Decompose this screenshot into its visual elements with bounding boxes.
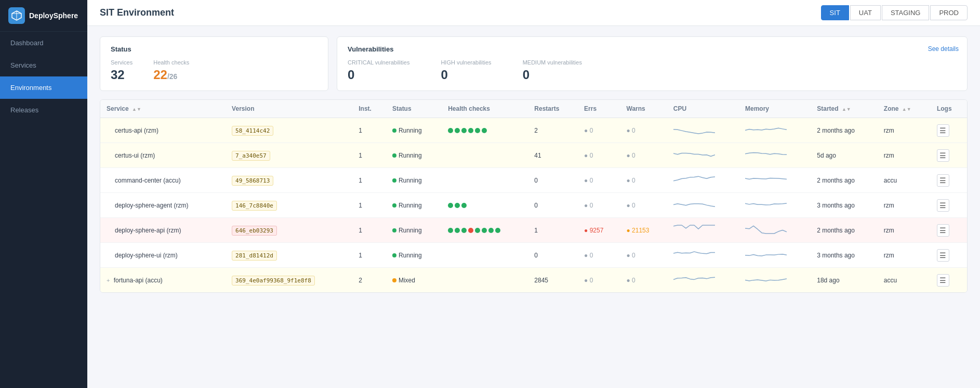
- col-memory: Memory: [739, 100, 811, 118]
- topbar: SIT Environment SIT UAT STAGING PROD: [87, 0, 980, 26]
- sparkline: [745, 198, 787, 211]
- services-metric: Services 32: [111, 59, 133, 82]
- err-value: ● 0: [584, 152, 593, 159]
- cell-errs: ● 0: [578, 193, 620, 218]
- logs-button[interactable]: ☰: [937, 124, 949, 137]
- medium-metric: MEDIUM vulnerabilities 0: [523, 59, 582, 82]
- cell-zone: accu: [878, 168, 931, 193]
- sidebar-item-environments[interactable]: Environments: [0, 76, 87, 99]
- col-cpu: CPU: [667, 100, 739, 118]
- critical-value: 0: [348, 68, 409, 82]
- cell-service: command-center (accu): [100, 168, 226, 193]
- cell-version: 646_eb03293: [226, 218, 352, 243]
- service-name: deploy-sphere-agent (rzm): [115, 202, 188, 209]
- version-badge: 146_7c8840e: [232, 201, 277, 211]
- logs-button[interactable]: ☰: [937, 274, 949, 287]
- env-tabs: SIT UAT STAGING PROD: [821, 5, 968, 20]
- cell-zone: rzm: [878, 143, 931, 168]
- health-dot: [448, 228, 453, 233]
- col-version: Version: [226, 100, 352, 118]
- table-header-row: Service ▲▼ Version Inst. Status Health c…: [100, 100, 967, 118]
- sidebar-item-services[interactable]: Services: [0, 54, 87, 76]
- sparkline: [745, 273, 787, 286]
- table-row: deploy-sphere-ui (rzm) 281_d81412d 1 Run…: [100, 243, 967, 268]
- critical-label: CRITICAL vulnerabilities: [348, 59, 409, 66]
- table-row: deploy-sphere-api (rzm) 646_eb03293 1 Ru…: [100, 218, 967, 243]
- logs-button[interactable]: ☰: [937, 174, 949, 187]
- table-row: certus-api (rzm) 58_4114c42 1 Running 2 …: [100, 118, 967, 143]
- sidebar-item-dashboard[interactable]: Dashboard: [0, 32, 87, 54]
- sidebar-item-releases[interactable]: Releases: [0, 99, 87, 121]
- env-tab-prod[interactable]: PROD: [930, 5, 968, 20]
- medium-value: 0: [523, 68, 582, 82]
- logs-button[interactable]: ☰: [937, 149, 949, 162]
- col-zone[interactable]: Zone ▲▼: [878, 100, 931, 118]
- col-started[interactable]: Started ▲▼: [811, 100, 878, 118]
- err-value: ● 0: [584, 127, 593, 134]
- sparkline: [673, 223, 715, 236]
- cell-version: 146_7c8840e: [226, 193, 352, 218]
- expand-icon[interactable]: +: [107, 277, 110, 283]
- health-dot: [468, 228, 473, 233]
- cell-zone: rzm: [878, 218, 931, 243]
- cell-cpu: [667, 218, 739, 243]
- cell-health: [442, 168, 528, 193]
- cell-restarts: 2845: [528, 268, 578, 293]
- sparkline: [745, 173, 787, 186]
- cell-cpu: [667, 268, 739, 293]
- health-dot: [461, 228, 467, 233]
- cell-status: Mixed: [386, 268, 442, 293]
- logs-button[interactable]: ☰: [937, 199, 949, 212]
- err-value: ● 0: [627, 252, 635, 259]
- cell-errs: ● 9257: [578, 218, 620, 243]
- err-value: ● 0: [584, 277, 593, 284]
- high-label: HIGH vulnerabilities: [441, 59, 491, 66]
- cell-health: [442, 118, 528, 143]
- sparkline: [673, 148, 715, 161]
- cell-started: 3 months ago: [811, 243, 878, 268]
- vuln-card: Vulnerabilities See details CRITICAL vul…: [337, 36, 968, 91]
- sparkline: [745, 123, 787, 136]
- env-tab-sit[interactable]: SIT: [821, 5, 849, 20]
- cell-errs: ● 0: [578, 243, 620, 268]
- cell-version: 7_a340e57: [226, 143, 352, 168]
- sparkline: [745, 223, 787, 236]
- table-body: certus-api (rzm) 58_4114c42 1 Running 2 …: [100, 118, 967, 293]
- health-dot: [455, 228, 460, 233]
- warn-value: ● 21153: [627, 227, 650, 234]
- sparkline: [745, 148, 787, 161]
- table-row: command-center (accu) 49_5868713 1 Runni…: [100, 168, 967, 193]
- cell-cpu: [667, 193, 739, 218]
- cell-zone: accu: [878, 268, 931, 293]
- version-badge: 369_4e0af99368_9f1e8f8: [232, 276, 315, 286]
- env-tab-uat[interactable]: UAT: [850, 5, 881, 20]
- health-dot: [461, 203, 467, 208]
- health-label: Health checks: [153, 59, 189, 66]
- logs-button[interactable]: ☰: [937, 249, 949, 262]
- health-dots: [448, 128, 522, 133]
- cell-health: [442, 218, 528, 243]
- err-value: ● 0: [584, 202, 593, 209]
- cell-errs: ● 0: [578, 168, 620, 193]
- cell-service: deploy-sphere-ui (rzm): [100, 243, 226, 268]
- logs-button[interactable]: ☰: [937, 224, 949, 237]
- medium-label: MEDIUM vulnerabilities: [523, 59, 582, 66]
- status-dot: [392, 128, 396, 133]
- health-dot: [475, 228, 480, 233]
- cell-status: Running: [386, 243, 442, 268]
- cell-cpu: [667, 168, 739, 193]
- status-dot: [392, 253, 396, 257]
- see-details-link[interactable]: See details: [928, 45, 959, 53]
- service-name: command-center (accu): [115, 177, 181, 184]
- cell-service: deploy-sphere-api (rzm): [100, 218, 226, 243]
- status-metrics: Services 32 Health checks 22/26: [111, 59, 317, 82]
- env-tab-staging[interactable]: STAGING: [882, 5, 930, 20]
- cell-cpu: [667, 243, 739, 268]
- col-status: Status: [386, 100, 442, 118]
- col-service[interactable]: Service ▲▼: [100, 100, 226, 118]
- health-dot: [495, 228, 500, 233]
- app-name: DeploySphere: [29, 11, 78, 20]
- col-restarts: Restarts: [528, 100, 578, 118]
- cell-health: [442, 268, 528, 293]
- version-badge: 281_d81412d: [232, 251, 277, 261]
